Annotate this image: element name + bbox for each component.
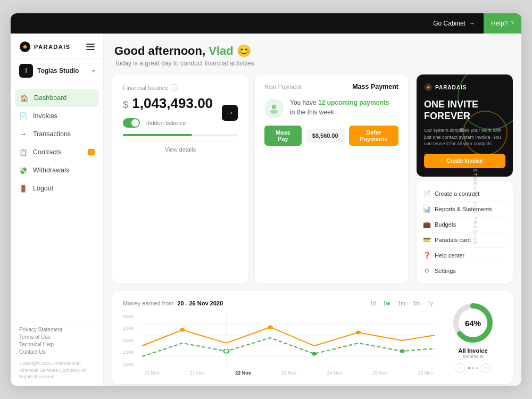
sidebar-item-invoices[interactable]: 📄 Invoices	[11, 107, 103, 125]
nav-label-transactions: Transactions	[33, 130, 71, 138]
filter-1y[interactable]: 1y	[425, 300, 435, 307]
create-invoice-button[interactable]: Create Invoice	[424, 154, 505, 168]
sidebar-logo-text: PARADAIS	[34, 44, 71, 50]
nav-label-logout: Logout	[33, 185, 53, 192]
promo-logo-text: PARADAIS	[435, 85, 467, 90]
payment-card: Next Payment Mass Payment You have	[255, 74, 408, 284]
filter-1w[interactable]: 1w	[381, 300, 392, 307]
terms-link[interactable]: Terms of Use	[19, 334, 95, 340]
nav-label-dashboard: Dashboard	[34, 94, 66, 102]
sidebar-copyright: Copyright 2025. International Financial …	[19, 360, 95, 380]
view-details-button[interactable]: View details	[123, 142, 238, 153]
filter-1d[interactable]: 1d	[368, 300, 378, 307]
mass-pay-button[interactable]: Mass Pay	[264, 126, 302, 146]
donut-next-button[interactable]: ›	[481, 363, 491, 373]
chart-icon: 📊	[423, 205, 430, 213]
main-layout: PARADAIS T Toglas Studio ▾ 🏠 Dashboard 📄	[11, 34, 521, 386]
green-line	[142, 338, 435, 356]
donut-dot-3	[476, 367, 478, 369]
donut-prev-button[interactable]: ‹	[455, 363, 465, 373]
svg-point-14	[400, 349, 405, 353]
nav-label-withdrawals: Withdrawals	[33, 167, 69, 174]
side-action-budgets[interactable]: 💼 Budgets	[423, 217, 506, 232]
right-panel: PARADAIS ONE INVITE FOREVER Our system s…	[414, 74, 513, 284]
workspace-selector[interactable]: T Toglas Studio ▾	[11, 59, 103, 84]
donut-nav: ‹ ›	[455, 363, 491, 373]
promo-card: PARADAIS ONE INVITE FOREVER Our system s…	[417, 74, 513, 177]
svg-point-2	[272, 105, 276, 109]
side-action-card[interactable]: 💳 Paradais card	[423, 232, 506, 248]
sidebar-item-transactions[interactable]: ↔ Transactions	[11, 125, 103, 143]
orange-line	[142, 327, 435, 346]
sidebar-logo-icon	[19, 41, 31, 53]
svg-point-11	[356, 330, 361, 334]
topbar-actions: Go Cabinet → Help? ?	[425, 13, 521, 34]
svg-point-9	[180, 328, 185, 331]
chart-title: Money earned from 20 - 26 Nov 2020	[123, 300, 223, 306]
greeting-section: Good afternoon, Vlad 😊 Today is a great …	[112, 44, 513, 67]
payment-card-header: Next Payment Mass Payment	[264, 83, 398, 90]
side-action-settings[interactable]: ⚙ Settings	[423, 263, 506, 278]
withdrawals-icon: 💸	[19, 166, 28, 174]
side-action-reports[interactable]: 📊 Reports & Statements	[423, 202, 506, 217]
chart-area	[142, 314, 435, 367]
topbar: Go Cabinet → Help? ?	[11, 13, 521, 34]
sidebar-logo: PARADAIS	[19, 41, 71, 53]
help-button[interactable]: Help? ?	[484, 13, 521, 34]
promo-title: ONE INVITE FOREVER	[424, 99, 505, 122]
privacy-link[interactable]: Privacy Statement	[19, 327, 95, 332]
sidebar-footer: Privacy Statement Terms of Use Technical…	[11, 321, 103, 386]
side-action-create-contract[interactable]: 📄 Create a contract	[423, 186, 506, 202]
transactions-icon: ↔	[19, 130, 28, 138]
next-payment-label: Next Payment	[264, 84, 301, 90]
go-cabinet-button[interactable]: Go Cabinet →	[425, 13, 484, 34]
donut-percent: 64%	[465, 319, 481, 328]
sidebar-item-logout[interactable]: 🚪 Logout	[11, 179, 103, 197]
workspace-icon: T	[19, 64, 33, 78]
payment-actions: Mass Pay $8,560.00 Defer Payments	[264, 126, 398, 146]
financial-arrow-button[interactable]: →	[222, 105, 238, 121]
contact-link[interactable]: Contact Us	[19, 349, 95, 355]
greeting-title: Good afternoon, Vlad 😊	[114, 44, 511, 58]
help-label: Help?	[491, 20, 508, 27]
chart-filters: 1d 1w 1m 3m 1y	[368, 300, 435, 307]
sidebar-item-contracts[interactable]: 📋 Contracts !	[11, 143, 103, 161]
upcoming-text-post: in the this week	[290, 109, 334, 116]
progress-bar	[123, 134, 238, 136]
filter-1m[interactable]: 1m	[396, 300, 408, 307]
donut-label: All Invoice	[458, 347, 487, 354]
side-action-label-help: Help center	[435, 252, 464, 259]
chart-content: 300K 250K 200K 150K 100K	[123, 314, 435, 376]
budget-icon: 💼	[423, 221, 430, 228]
sidebar-header: PARADAIS	[11, 34, 103, 59]
nav-label-invoices: Invoices	[33, 112, 57, 120]
mass-payment-label: Mass Payment	[352, 83, 398, 90]
sidebar-item-withdrawals[interactable]: 💸 Withdrawals	[11, 161, 103, 179]
nav-label-contracts: Contracts	[33, 148, 62, 156]
payment-avatar-icon	[269, 103, 279, 114]
chart-main: Money earned from 20 - 26 Nov 2020 1d 1w…	[123, 300, 435, 376]
donut-dots	[468, 367, 478, 369]
hamburger-menu[interactable]	[86, 44, 95, 50]
card-icon: 💳	[423, 236, 430, 244]
svg-point-3	[270, 110, 278, 114]
promo-logo: PARADAIS	[424, 83, 505, 92]
upcoming-count-link[interactable]: 12 upcoming payments	[318, 99, 389, 106]
payment-avatar	[264, 99, 284, 118]
contracts-icon: 📋	[19, 148, 28, 156]
defer-payments-button[interactable]: Defer Payments	[349, 126, 398, 146]
dashboard-icon: 🏠	[20, 94, 29, 102]
side-action-help[interactable]: ❓ Help center	[423, 248, 506, 263]
toggle-row: Hidden balance →	[123, 118, 238, 128]
financial-balance-label: Financial balance i	[123, 84, 238, 91]
chart-header: Money earned from 20 - 26 Nov 2020 1d 1w…	[123, 300, 435, 307]
progress-bar-fill	[123, 134, 192, 136]
balance-toggle[interactable]	[123, 118, 140, 128]
svg-point-1	[23, 45, 27, 48]
sidebar-item-dashboard[interactable]: 🏠 Dashboard	[15, 89, 99, 107]
tech-help-link[interactable]: Technical Help	[19, 342, 95, 347]
filter-3m[interactable]: 3m	[411, 300, 422, 307]
y-axis-labels: 300K 250K 200K 150K 100K	[123, 314, 142, 367]
payment-info: You have 12 upcoming payments in the thi…	[264, 98, 398, 118]
donut-dot-1	[468, 367, 470, 369]
